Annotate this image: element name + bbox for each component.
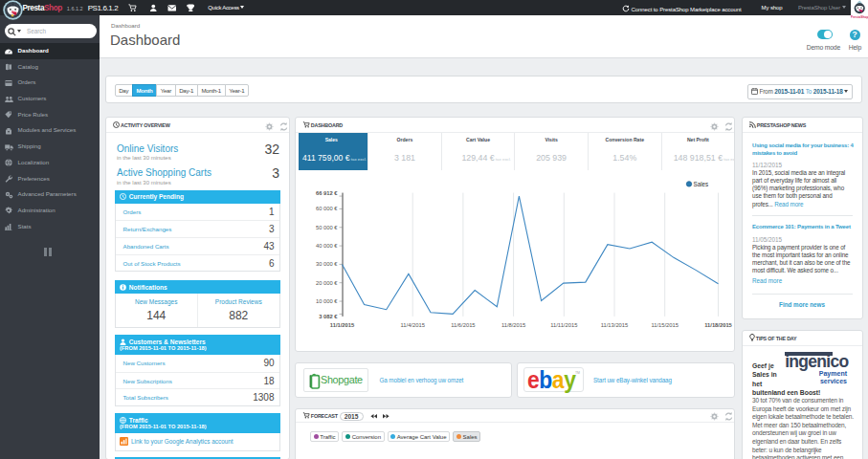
svg-text:10 000 €: 10 000 € bbox=[315, 298, 337, 304]
svg-text:11/1/2015: 11/1/2015 bbox=[329, 323, 354, 329]
svg-text:60 000 €: 60 000 € bbox=[315, 207, 337, 212]
svg-text:11/6/2015: 11/6/2015 bbox=[451, 323, 475, 329]
svg-text:PrestaShop: PrestaShop bbox=[851, 15, 868, 19]
svg-text:11/13/2015: 11/13/2015 bbox=[600, 323, 628, 329]
svg-text:3 082 €: 3 082 € bbox=[319, 315, 338, 320]
svg-text:66 912 €: 66 912 € bbox=[315, 190, 337, 196]
svg-text:50 000 €: 50 000 € bbox=[315, 225, 337, 230]
svg-text:30 000 €: 30 000 € bbox=[315, 262, 337, 268]
svg-text:11/18/2015: 11/18/2015 bbox=[704, 323, 732, 329]
svg-text:11/4/2015: 11/4/2015 bbox=[400, 323, 424, 329]
svg-text:Sales: Sales bbox=[693, 181, 708, 187]
svg-text:11/15/2015: 11/15/2015 bbox=[651, 323, 679, 329]
svg-text:11/8/2015: 11/8/2015 bbox=[501, 323, 524, 329]
svg-text:20 000 €: 20 000 € bbox=[315, 280, 337, 286]
svg-text:40 000 €: 40 000 € bbox=[315, 243, 337, 249]
svg-text:11/11/2015: 11/11/2015 bbox=[550, 323, 577, 329]
